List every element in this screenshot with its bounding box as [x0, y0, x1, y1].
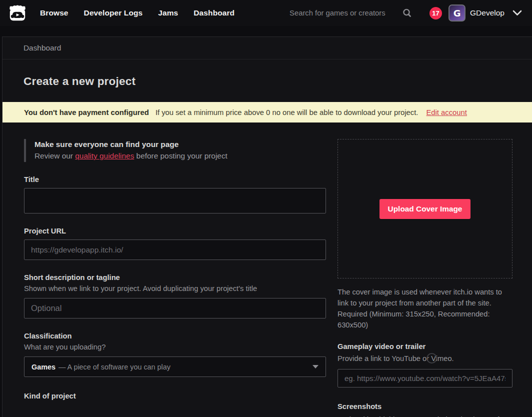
gameplay-video-help-text: Provide a link to YouTube or Vimeo.: [338, 354, 454, 362]
nav-developer-logs[interactable]: Developer Logs: [84, 8, 143, 18]
cover-image-dropzone[interactable]: Upload Cover Image: [338, 139, 512, 278]
kind-of-project-label: Kind of project: [24, 392, 326, 400]
gameplay-video-label: Gameplay video or trailer: [338, 342, 512, 350]
page-title: Create a new project: [24, 75, 532, 88]
guidelines-post-text: before posting your project: [134, 152, 228, 160]
chevron-down-icon[interactable]: [512, 10, 522, 16]
topbar-right-group: 17 G GDevelop: [290, 4, 522, 22]
upload-cover-image-button[interactable]: Upload Cover Image: [380, 199, 471, 219]
guidelines-pre-text: Review our: [34, 152, 75, 160]
screenshots-label: Screenshots: [338, 402, 512, 410]
avatar[interactable]: G: [448, 4, 466, 22]
classification-label: Classification: [24, 332, 326, 340]
short-description-input[interactable]: [24, 298, 326, 318]
form-left-column: Make sure everyone can find your page Re…: [24, 139, 326, 417]
page-container: Dashboard Create a new project You don't…: [2, 36, 532, 417]
quality-guidelines-link[interactable]: quality guidelines: [75, 152, 134, 160]
screenshots-help: Optional but highly recommended. Upload …: [338, 414, 512, 417]
breadcrumb-bar: Dashboard: [2, 37, 532, 60]
breadcrumb[interactable]: Dashboard: [24, 44, 61, 52]
notification-badge[interactable]: 17: [430, 7, 442, 20]
nav-browse[interactable]: Browse: [40, 8, 68, 18]
form-right-column: Upload Cover Image The cover image is us…: [338, 139, 512, 417]
gameplay-video-help: Provide a link to YouTube or Vimeo.: [338, 354, 512, 362]
title-row: Create a new project: [2, 60, 532, 102]
project-url-input[interactable]: [24, 240, 326, 260]
banner-text: If you set a minimum price above 0 no on…: [156, 108, 418, 116]
classification-select[interactable]: Games — A piece of software you can play: [24, 356, 326, 377]
short-description-help: Shown when we link to your project. Avoi…: [24, 284, 326, 292]
banner-bold-text: You don't have payment configured: [24, 108, 149, 116]
search-button[interactable]: [400, 6, 414, 20]
search-input[interactable]: [290, 9, 397, 17]
short-description-label: Short description or tagline: [24, 274, 326, 282]
title-field-label: Title: [24, 176, 326, 184]
nav-dashboard[interactable]: Dashboard: [194, 8, 234, 18]
gameplay-video-input[interactable]: [338, 369, 512, 388]
nav-jams[interactable]: Jams: [158, 8, 178, 18]
project-url-label: Project URL: [24, 227, 326, 235]
main-nav: Browse Developer Logs Jams Dashboard: [40, 8, 234, 18]
guidelines-subtext: Review our quality guidelines before pos…: [34, 152, 326, 160]
classification-help: What are you uploading?: [24, 343, 326, 351]
itchio-logo-icon[interactable]: [8, 4, 27, 22]
edit-account-link[interactable]: Edit account: [426, 108, 466, 116]
username-label[interactable]: GDevelop: [470, 8, 504, 18]
form-content: Make sure everyone can find your page Re…: [2, 122, 532, 417]
classification-selected-value: Games: [32, 363, 56, 371]
payment-warning-banner: You don't have payment configured If you…: [2, 102, 532, 122]
top-navigation-bar: Browse Developer Logs Jams Dashboard 17 …: [0, 0, 532, 26]
title-input[interactable]: [24, 188, 326, 214]
select-dropdown-arrow-icon: [312, 365, 318, 368]
search-icon: [402, 8, 412, 18]
classification-selected-description: — A piece of software you can play: [58, 363, 170, 371]
cover-image-note: The cover image is used whenever itch.io…: [338, 286, 512, 330]
guidelines-heading: Make sure everyone can find your page: [34, 140, 326, 149]
quality-guidelines-callout: Make sure everyone can find your page Re…: [24, 139, 326, 162]
